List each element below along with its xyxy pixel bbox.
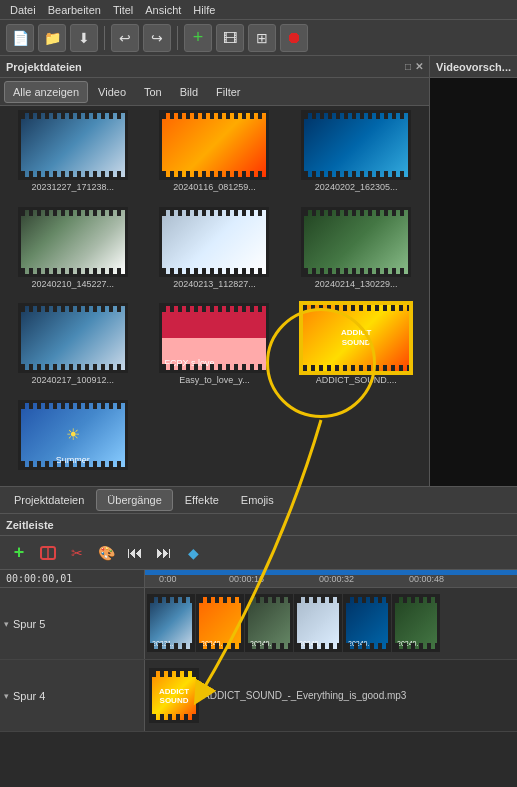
timeline-snap-btn[interactable] <box>35 540 61 566</box>
track-content-spur4: ADDICTSOUND ADDICT_SOUND_-_Everything_is… <box>145 660 517 731</box>
tab-projektdateien[interactable]: Projektdateien <box>4 489 94 511</box>
panel-header-left: Projektdateien □ ✕ <box>0 56 429 78</box>
thumb-inner-4 <box>21 210 125 274</box>
media-label-3: 20240202_162305... <box>315 182 398 192</box>
tab-alle-anzeigen[interactable]: Alle anzeigen <box>4 81 88 103</box>
tab-effekte[interactable]: Effekte <box>175 489 229 511</box>
media-thumb-7 <box>18 303 128 373</box>
media-label-1: 20231227_171238... <box>32 182 115 192</box>
video-button[interactable]: 🎞 <box>216 24 244 52</box>
thumb-inner-8: FCPX s love <box>162 306 266 370</box>
media-thumb-4 <box>18 207 128 277</box>
timeline-keyframe-btn[interactable]: ◆ <box>180 540 206 566</box>
main-panels: Projektdateien □ ✕ Alle anzeigen Video T… <box>0 56 517 486</box>
download-button[interactable]: ⬇ <box>70 24 98 52</box>
menu-titel[interactable]: Titel <box>107 0 139 19</box>
panel-header-icons: □ ✕ <box>405 61 423 72</box>
record-button[interactable]: ⏺ <box>280 24 308 52</box>
media-item-3[interactable]: 20240202_162305... <box>285 108 427 205</box>
media-item-7[interactable]: 20240217_100912... <box>2 301 144 398</box>
tab-bild[interactable]: Bild <box>172 81 206 103</box>
thumb-inner-5 <box>162 210 266 274</box>
timeline-ruler: 0:00 00:00:16 00:00:32 00:00:48 <box>145 570 517 587</box>
media-item-10[interactable]: ☀ Summer <box>2 398 144 485</box>
media-item-5[interactable]: 20240213_112827... <box>144 205 286 302</box>
timeline-prev-btn[interactable]: ⏮ <box>122 540 148 566</box>
track-row-spur4: ▾ Spur 4 ADDICTSOUND ADDICT_SOUND_-_Ever… <box>0 660 517 732</box>
audio-thumb: ADDICTSOUND <box>149 668 199 723</box>
timeline-next-btn[interactable]: ⏭ <box>151 540 177 566</box>
media-grid: 20231227_171238... 20240116_081259... 20… <box>0 106 429 486</box>
ruler-mark-1: 00:00:16 <box>229 574 264 584</box>
audio-filename: ADDICT_SOUND_-_Everything_is_good.mp3 <box>203 690 406 701</box>
media-thumb-10: ☀ Summer <box>18 400 128 470</box>
clip-4[interactable]: 20240... <box>294 594 342 652</box>
media-thumb-8: FCPX s love <box>159 303 269 373</box>
panel-icon-1[interactable]: □ <box>405 61 411 72</box>
open-button[interactable]: 📁 <box>38 24 66 52</box>
undo-button[interactable]: ↩ <box>111 24 139 52</box>
new-button[interactable]: 📄 <box>6 24 34 52</box>
panel-title-left: Projektdateien <box>6 61 82 73</box>
toolbar-sep-1 <box>104 26 105 50</box>
bottom-tabs: Projektdateien Übergänge Effekte Emojis <box>0 486 517 514</box>
clip-6[interactable]: 20240... <box>392 594 440 652</box>
track-name-4: Spur 4 <box>13 690 45 702</box>
videovorschau-panel: Videovorsch... <box>430 56 517 486</box>
media-thumb-6 <box>301 207 411 277</box>
media-label-5: 20240213_112827... <box>173 279 256 289</box>
media-item-2[interactable]: 20240116_081259... <box>144 108 286 205</box>
media-item-4[interactable]: 20240210_145227... <box>2 205 144 302</box>
tab-emojis[interactable]: Emojis <box>231 489 284 511</box>
add-button[interactable]: + <box>184 24 212 52</box>
timeline-header: Zeitleiste <box>0 514 517 536</box>
timeline-cut-btn[interactable]: ✂ <box>64 540 90 566</box>
thumb-inner-2 <box>162 113 266 177</box>
media-label-6: 20240214_130229... <box>315 279 398 289</box>
panel-icon-2[interactable]: ✕ <box>415 61 423 72</box>
menu-ansicht[interactable]: Ansicht <box>139 0 187 19</box>
thumb-inner-10: ☀ Summer <box>21 403 125 467</box>
media-label-7: 20240217_100912... <box>32 375 115 385</box>
clip-3[interactable]: 20240... <box>245 594 293 652</box>
track-label-spur4: ▾ Spur 4 <box>0 660 145 731</box>
tab-ton[interactable]: Ton <box>136 81 170 103</box>
media-label-2: 20240116_081259... <box>173 182 256 192</box>
media-thumb-2 <box>159 110 269 180</box>
clip-5[interactable]: 20240... <box>343 594 391 652</box>
tab-filter[interactable]: Filter <box>208 81 248 103</box>
tab-video[interactable]: Video <box>90 81 134 103</box>
media-thumb-9: ADDICTSOUND <box>301 303 411 373</box>
clip-2[interactable]: 20240... <box>196 594 244 652</box>
menu-hilfe[interactable]: Hilfe <box>187 0 221 19</box>
tab-uebergaenge[interactable]: Übergänge <box>96 489 172 511</box>
media-thumb-3 <box>301 110 411 180</box>
menu-bearbeiten[interactable]: Bearbeiten <box>42 0 107 19</box>
panel-title-right: Videovorsch... <box>436 61 511 73</box>
track-content-spur5: 20231... 20240... 20240... 20240... 2024… <box>145 588 517 659</box>
toolbar: 📄 📁 ⬇ ↩ ↪ + 🎞 ⊞ ⏺ <box>0 20 517 56</box>
media-item-1[interactable]: 20231227_171238... <box>2 108 144 205</box>
redo-button[interactable]: ↪ <box>143 24 171 52</box>
clip-1[interactable]: 20231... <box>147 594 195 652</box>
timeline-toolbar: + ✂ 🎨 ⏮ ⏭ ◆ <box>0 536 517 570</box>
media-item-8[interactable]: FCPX s love Easy_to_love_y... <box>144 301 286 398</box>
thumb-inner-7 <box>21 306 125 370</box>
menu-datei[interactable]: Datei <box>4 0 42 19</box>
media-item-9[interactable]: ADDICTSOUND ADDICT_SOUND.... <box>285 301 427 398</box>
projektdateien-panel: Projektdateien □ ✕ Alle anzeigen Video T… <box>0 56 430 486</box>
timeline-section: Zeitleiste + ✂ 🎨 ⏮ ⏭ ◆ 00:00:00,01 0:0 <box>0 514 517 732</box>
timeline-title: Zeitleiste <box>6 519 54 531</box>
audio-clip[interactable]: ADDICTSOUND ADDICT_SOUND_-_Everything_is… <box>149 668 406 723</box>
media-thumb-1 <box>18 110 128 180</box>
track-label-spur5: ▾ Spur 5 <box>0 588 145 659</box>
media-item-6[interactable]: 20240214_130229... <box>285 205 427 302</box>
ruler-mark-3: 00:00:48 <box>409 574 444 584</box>
panel-header-right: Videovorsch... <box>430 56 517 78</box>
window-button[interactable]: ⊞ <box>248 24 276 52</box>
timeline-color-btn[interactable]: 🎨 <box>93 540 119 566</box>
time-display: 00:00:00,01 <box>0 570 145 587</box>
toolbar-sep-2 <box>177 26 178 50</box>
media-label-8: Easy_to_love_y... <box>179 375 249 385</box>
timeline-add-btn[interactable]: + <box>6 540 32 566</box>
